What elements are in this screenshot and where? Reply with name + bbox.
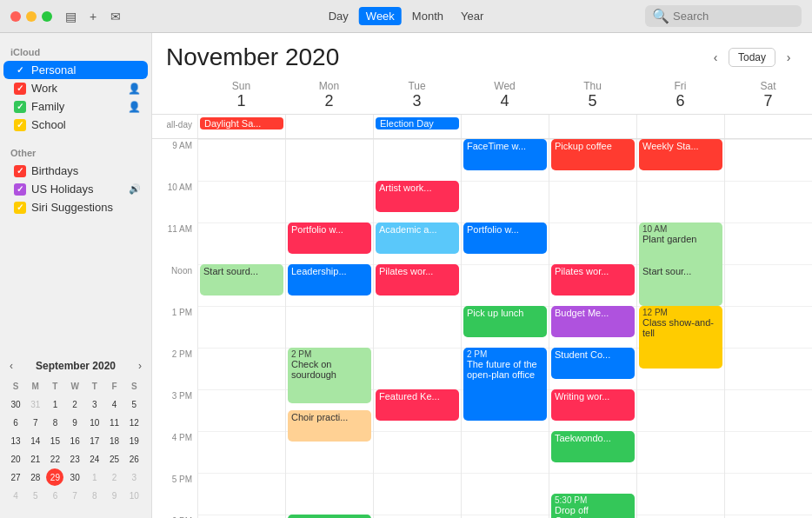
today-button[interactable]: Today [729,48,775,67]
cal-next-btn[interactable]: › [779,48,798,67]
event-block[interactable]: Academic a... [376,222,459,254]
add-event-icon[interactable]: + [85,9,101,24]
school-checkbox[interactable] [14,119,26,131]
mini-cal-date[interactable]: 13 [7,432,24,449]
mini-cal-date[interactable]: 1 [46,395,63,413]
mini-cal-date[interactable]: 22 [46,450,63,468]
mini-cal-date[interactable]: 25 [106,450,123,468]
mini-cal-date[interactable]: 23 [66,450,83,468]
mini-cal-date[interactable]: 5 [27,487,44,504]
sidebar-item-personal[interactable]: Personal [3,61,148,79]
us-holidays-checkbox[interactable] [14,183,26,196]
election-day-event[interactable]: Election Day [376,117,459,130]
mini-cal-date[interactable]: 8 [86,487,103,504]
mini-cal-date[interactable]: 5 [125,395,143,413]
mini-cal-date[interactable]: 18 [106,432,123,449]
event-block[interactable]: Portfolio w... [463,222,547,254]
mini-cal-date[interactable]: 9 [106,487,123,504]
mini-cal-date[interactable]: 17 [86,432,103,449]
event-block[interactable]: Weekly Sta... [639,139,722,170]
event-block[interactable]: Featured Ke... [376,389,459,421]
sidebar-item-siri[interactable]: Siri Suggestions [3,198,148,216]
mini-cal-date[interactable]: 16 [66,432,83,449]
event-block[interactable]: Pickup coffee [551,139,635,170]
work-checkbox[interactable] [14,83,26,95]
mini-cal-date[interactable]: 6 [46,487,63,504]
siri-checkbox[interactable] [14,202,26,214]
mini-cal-date[interactable]: 9 [66,414,83,431]
birthdays-checkbox[interactable] [14,165,26,177]
search-bar[interactable]: 🔍 [645,5,802,27]
event-block[interactable]: Taco night [288,515,371,518]
mini-cal-next[interactable]: › [136,360,144,372]
event-block[interactable]: Pilates wor... [551,264,635,296]
search-input[interactable] [673,10,795,23]
mini-cal-date[interactable]: 21 [27,450,44,468]
mini-cal-date[interactable]: 19 [125,432,143,449]
event-block[interactable]: Leadership... [288,264,371,296]
fullscreen-button[interactable] [42,11,52,22]
mini-cal-date[interactable]: 7 [66,487,83,504]
event-block[interactable]: Student Co... [551,348,635,379]
event-block[interactable]: 5:30 PMDrop off Grandma... [551,494,635,518]
cal-prev-btn[interactable]: ‹ [706,48,725,67]
event-block[interactable]: Writing wor... [551,389,635,421]
event-block[interactable]: Portfolio w... [288,222,371,254]
sidebar-toggle-icon[interactable]: ▤ [63,9,78,24]
sidebar-item-us-holidays[interactable]: US Holidays 🔊 [3,180,148,198]
week-view-button[interactable]: Week [359,7,402,25]
mini-cal-date[interactable]: 24 [86,450,103,468]
mini-cal-date[interactable]: 27 [7,468,24,486]
mini-cal-date[interactable]: 7 [27,414,44,431]
daylight-saving-event[interactable]: Daylight Sa... [200,117,283,130]
mini-cal-date[interactable]: 31 [27,395,44,413]
sidebar-item-family[interactable]: Family 👤 [3,97,148,116]
mini-cal-date[interactable]: 12 [125,414,143,431]
event-block[interactable]: Start sour... [639,264,722,296]
sidebar-item-work[interactable]: Work 👤 [3,79,148,97]
event-block[interactable]: FaceTime w... [463,139,547,170]
mini-cal-date[interactable]: 6 [7,414,24,431]
mini-cal-date[interactable]: 28 [27,468,44,486]
mini-cal-date[interactable]: 30 [66,468,83,486]
mini-cal-date[interactable]: 2 [66,395,83,413]
inbox-icon[interactable]: ✉ [108,9,123,24]
mini-cal-date[interactable]: 4 [106,395,123,413]
event-block[interactable]: Pick up lunch [463,306,547,337]
mini-cal-date[interactable]: 20 [7,450,24,468]
event-block[interactable]: Pilates wor... [376,264,459,296]
mini-cal-date[interactable]: 29 [46,468,63,486]
mini-cal-date[interactable]: 8 [46,414,63,431]
mini-cal-prev[interactable]: ‹ [7,360,16,372]
family-checkbox[interactable] [14,101,26,113]
event-block[interactable]: Choir practi... [288,410,371,442]
sidebar-item-birthdays[interactable]: Birthdays [3,162,148,180]
mini-cal-date[interactable]: 14 [27,432,44,449]
hour-line [374,306,461,348]
mini-cal-date[interactable]: 4 [7,487,24,504]
year-view-button[interactable]: Year [454,7,490,25]
mini-cal-date[interactable]: 15 [46,432,63,449]
personal-checkbox[interactable] [14,64,26,76]
mini-cal-date[interactable]: 10 [125,487,143,504]
mini-cal-date[interactable]: 11 [106,414,123,431]
event-block[interactable]: Taekwondo... [551,431,635,462]
close-button[interactable] [10,11,21,22]
minimize-button[interactable] [26,11,37,22]
sidebar-item-school[interactable]: School [3,116,148,134]
mini-cal-date[interactable]: 26 [125,450,143,468]
mini-cal-date[interactable]: 3 [86,395,103,413]
event-block[interactable]: 2 PMCheck on sourdough [288,348,371,403]
event-block[interactable]: Budget Me... [551,306,635,337]
day-view-button[interactable]: Day [322,7,356,25]
mini-cal-date[interactable]: 30 [7,395,24,413]
mini-cal-date[interactable]: 1 [86,468,103,486]
month-view-button[interactable]: Month [405,7,450,25]
event-block[interactable]: Start sourd... [200,264,283,296]
mini-cal-date[interactable]: 10 [86,414,103,431]
event-block[interactable]: 2 PMThe future of the open-plan office [463,348,547,421]
mini-cal-date[interactable]: 2 [106,468,123,486]
mini-cal-date[interactable]: 3 [125,468,143,486]
event-block[interactable]: 12 PMClass show-and-tell [639,306,722,369]
event-block[interactable]: Artist work... [376,181,459,212]
